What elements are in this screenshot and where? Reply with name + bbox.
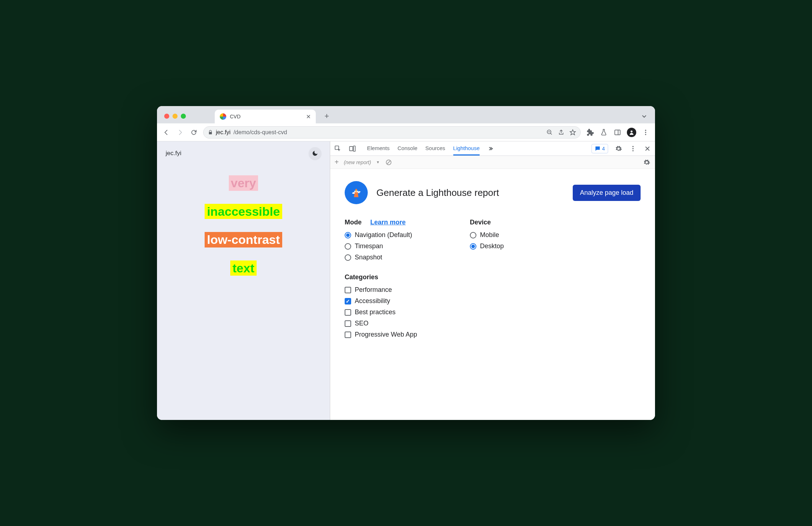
browser-tab[interactable]: CVD ✕ [215, 110, 316, 123]
device-option[interactable]: Mobile [470, 231, 504, 239]
category-option-label: Performance [355, 286, 392, 294]
category-option-label: Best practices [355, 308, 396, 316]
url-path: /demo/cds-quest-cvd [233, 129, 287, 136]
maximize-window-button[interactable] [181, 114, 186, 119]
browser-menu-button[interactable] [641, 128, 650, 137]
lock-icon [208, 130, 213, 135]
learn-more-link[interactable]: Learn more [370, 219, 406, 226]
issues-button[interactable]: 4 [591, 144, 608, 153]
mode-option-label: Navigation (Default) [355, 231, 412, 239]
categories-label: Categories [345, 273, 378, 281]
device-option[interactable]: Desktop [470, 242, 504, 250]
radio-icon [470, 232, 476, 238]
svg-point-14 [352, 192, 355, 194]
category-option[interactable]: Accessibility [345, 297, 641, 305]
minimize-window-button[interactable] [173, 114, 178, 119]
content-area: jec.fyi very inaccessible low-contrast t… [157, 141, 655, 420]
category-option-label: Progressive Web App [355, 331, 417, 338]
labs-button[interactable] [599, 128, 608, 137]
mode-option[interactable]: Navigation (Default) [345, 231, 412, 239]
report-select[interactable]: (new report) [344, 159, 371, 165]
tab-search-button[interactable] [641, 113, 647, 119]
analyze-page-load-button[interactable]: Analyze page load [573, 185, 641, 201]
inspect-element-button[interactable] [334, 145, 342, 153]
favicon-icon [220, 113, 226, 120]
svg-point-9 [632, 146, 633, 147]
extensions-button[interactable] [586, 128, 594, 137]
tab-title: CVD [230, 114, 302, 119]
category-option[interactable]: Progressive Web App [345, 331, 641, 338]
mode-option[interactable]: Snapshot [345, 254, 412, 261]
device-section: Device MobileDesktop [470, 219, 504, 261]
svg-point-15 [358, 191, 361, 192]
mode-option[interactable]: Timespan [345, 242, 412, 250]
lighthouse-panel: Generate a Lighthouse report Analyze pag… [330, 169, 655, 420]
category-option[interactable]: SEO [345, 320, 641, 327]
mode-section: Mode Learn more Navigation (Default)Time… [345, 219, 412, 261]
address-bar[interactable]: jec.fyi/demo/cds-quest-cvd [203, 126, 581, 139]
device-option-label: Desktop [480, 242, 504, 250]
close-window-button[interactable] [164, 114, 169, 119]
zoom-icon[interactable] [546, 129, 553, 136]
demo-line: text [230, 260, 256, 276]
category-option[interactable]: Best practices [345, 308, 641, 316]
device-option-label: Mobile [480, 231, 499, 239]
devtools-menu-button[interactable] [629, 145, 637, 153]
svg-rect-1 [615, 130, 620, 135]
demo-line: very [229, 175, 258, 191]
forward-button[interactable] [176, 128, 184, 137]
tab-lighthouse[interactable]: Lighthouse [453, 141, 480, 155]
checkbox-icon [345, 298, 351, 304]
lighthouse-settings-button[interactable] [643, 158, 651, 166]
toolbar: jec.fyi/demo/cds-quest-cvd [157, 123, 655, 141]
browser-window: CVD ✕ + jec.fyi/demo/cds-quest-cvd [157, 106, 655, 420]
svg-point-10 [632, 148, 633, 149]
device-label: Device [470, 219, 491, 226]
radio-icon [345, 232, 351, 238]
tab-elements[interactable]: Elements [367, 141, 390, 155]
checkbox-icon [345, 332, 351, 338]
new-tab-button[interactable]: + [322, 110, 332, 122]
close-tab-button[interactable]: ✕ [306, 113, 311, 120]
tab-console[interactable]: Console [398, 141, 418, 155]
profile-avatar[interactable] [627, 128, 636, 137]
demo-content: very inaccessible low-contrast text [157, 162, 330, 420]
lighthouse-title: Generate a Lighthouse report [376, 187, 564, 198]
categories-section: Categories PerformanceAccessibilityBest … [345, 273, 641, 338]
back-button[interactable] [162, 128, 171, 137]
lighthouse-subbar: + (new report) ▼ [330, 156, 655, 169]
new-report-button[interactable]: + [335, 158, 339, 166]
category-option-label: SEO [355, 320, 368, 327]
page-viewport: jec.fyi very inaccessible low-contrast t… [157, 141, 330, 420]
chevron-down-icon: ▼ [376, 160, 380, 164]
devtools-topbar: Elements Console Sources Lighthouse 4 [330, 141, 655, 156]
clear-report-button[interactable] [385, 158, 393, 166]
tab-strip: CVD ✕ + [157, 106, 655, 123]
lighthouse-logo-icon [345, 181, 368, 204]
devtools-panel: Elements Console Sources Lighthouse 4 [330, 141, 655, 420]
side-panel-button[interactable] [613, 128, 622, 137]
reload-button[interactable] [189, 128, 198, 137]
svg-rect-7 [350, 146, 353, 151]
device-toolbar-button[interactable] [348, 145, 356, 153]
svg-point-11 [632, 150, 633, 151]
tab-sources[interactable]: Sources [425, 141, 445, 155]
category-option[interactable]: Performance [345, 286, 641, 294]
svg-point-5 [645, 134, 646, 135]
svg-rect-13 [355, 190, 357, 192]
mode-option-label: Snapshot [355, 254, 382, 261]
devtools-settings-button[interactable] [615, 145, 623, 153]
bookmark-icon[interactable] [569, 129, 576, 136]
radio-icon [470, 243, 476, 250]
close-devtools-button[interactable] [643, 145, 651, 153]
svg-point-2 [630, 130, 632, 132]
demo-line: low-contrast [205, 232, 282, 247]
dark-mode-toggle[interactable] [309, 147, 321, 159]
site-name: jec.fyi [166, 150, 181, 157]
checkbox-icon [345, 309, 351, 316]
category-option-label: Accessibility [355, 297, 390, 305]
issues-count: 4 [602, 146, 605, 152]
share-icon[interactable] [558, 129, 564, 136]
url-host: jec.fyi [216, 129, 231, 136]
more-tabs-button[interactable] [488, 145, 496, 153]
